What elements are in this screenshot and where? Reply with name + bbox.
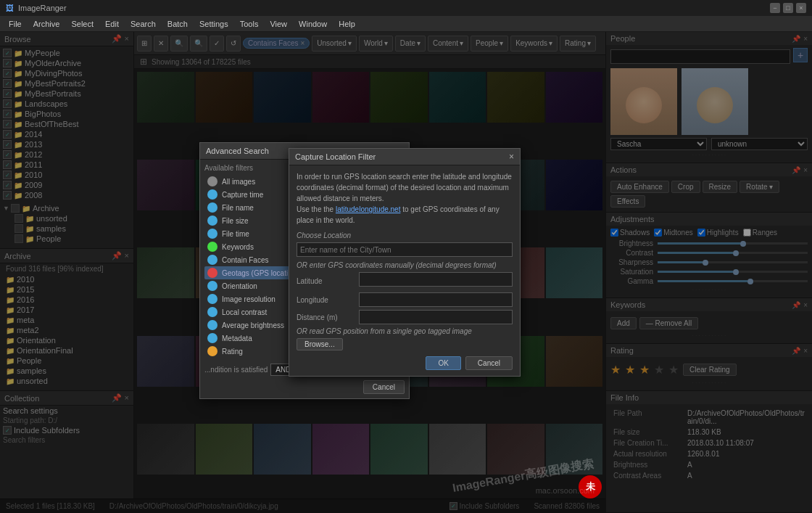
capture-location-dialog: Capture Location Filter × In order to ru… (289, 148, 521, 377)
longitude-label: Longitude (297, 296, 355, 304)
menu-archive[interactable]: Archive (28, 18, 66, 30)
close-capture-location-icon[interactable]: × (509, 152, 514, 162)
or-read-gps-section: OR read GPS position from a single geo t… (297, 327, 513, 335)
menu-bar: File Archive Select Edit Search Batch Se… (0, 16, 812, 32)
distance-label: Distance (m) (297, 313, 355, 321)
menu-file[interactable]: File (3, 18, 28, 30)
choose-location-section: Choose Location (297, 231, 513, 239)
menu-edit[interactable]: Edit (99, 18, 125, 30)
latitude-label: Latitude (297, 277, 355, 285)
menu-tools[interactable]: Tools (234, 18, 265, 30)
menu-window[interactable]: Window (293, 18, 333, 30)
latitude-row: Latitude (297, 272, 513, 290)
capture-location-buttons: OK Cancel (297, 353, 513, 370)
app-icon: 🖼 (6, 4, 14, 12)
or-gps-section: OR enter GPS coordinates manually (decim… (297, 261, 513, 269)
cancel-capture-location-button[interactable]: Cancel (465, 356, 513, 370)
menu-search[interactable]: Search (125, 18, 162, 30)
capture-location-header: Capture Location Filter × (289, 149, 520, 165)
menu-view[interactable]: View (264, 18, 293, 30)
minimize-button[interactable]: − (770, 3, 780, 13)
condition-text: ...ndition is satisfied (204, 366, 268, 374)
menu-batch[interactable]: Batch (162, 18, 194, 30)
distance-row: Distance (m) (297, 310, 513, 324)
browse-button[interactable]: Browse... (297, 338, 343, 350)
distance-input[interactable] (359, 310, 513, 324)
menu-select[interactable]: Select (65, 18, 99, 30)
gps-link[interactable]: latitudelongitude.net (336, 205, 401, 213)
city-town-input[interactable] (297, 242, 513, 257)
menu-help[interactable]: Help (333, 18, 361, 30)
capture-location-desc: In order to run GPS location search ente… (297, 171, 513, 226)
window-controls: − □ × (770, 3, 806, 13)
title-bar: 🖼 ImageRanger − □ × (0, 0, 812, 16)
menu-settings[interactable]: Settings (194, 18, 234, 30)
maximize-button[interactable]: □ (783, 3, 793, 13)
app-title: ImageRanger (18, 4, 67, 12)
ok-button[interactable]: OK (426, 356, 460, 370)
longitude-input[interactable] (359, 292, 513, 307)
longitude-row: Longitude (297, 292, 513, 307)
close-button[interactable]: × (796, 3, 806, 13)
cancel-advanced-search-button[interactable]: Cancel (363, 380, 405, 394)
latitude-input[interactable] (359, 272, 513, 287)
